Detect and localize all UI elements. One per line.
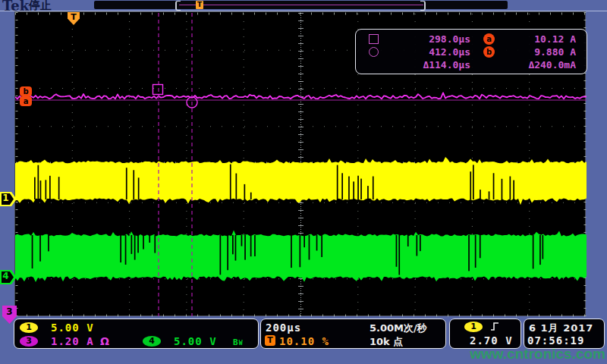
channel1-position-marker: 1 xyxy=(0,192,17,206)
oscilloscope-screen: Tek 停止 T T b a 1 4 3 298.0µs a 10.12 A 4… xyxy=(0,0,607,364)
date-display: 6 1月 2017 xyxy=(529,322,593,335)
cursor-a-row: 298.0µs a 10.12 A xyxy=(356,33,587,46)
record-trigger-marker-icon: T xyxy=(196,1,203,9)
channel4-position-marker: 4 xyxy=(0,270,17,284)
bw-main: B xyxy=(233,337,239,347)
trigger-source-badge: 1 xyxy=(464,322,483,332)
horizontal-settings-box: 200µs 5.00M次/秒 T 10.10 % 10k 点 xyxy=(260,318,446,349)
record-length: 10k 点 xyxy=(370,335,403,349)
cursor-a-time: 298.0µs xyxy=(398,33,470,46)
trigger-position-badge-icon: T xyxy=(265,335,275,346)
cursor-readout-box: 298.0µs a 10.12 A 412.0µs b 9.880 A Δ114… xyxy=(355,29,587,74)
trigger-settings-box: 1 2.70 V xyxy=(449,318,521,349)
channel4-marker-label: 4 xyxy=(0,271,11,281)
watermark-text: www.cntronics.com xyxy=(470,346,605,362)
cursor-delta-time: Δ114.0µs xyxy=(398,58,470,71)
cursor-delta-value: Δ240.0mA xyxy=(496,58,576,71)
channel3-scale: 1.20 A xyxy=(51,335,94,347)
channel1-badge: 1 xyxy=(20,322,38,333)
cursor-b-badge: b xyxy=(483,46,495,58)
record-window-left-bracket xyxy=(175,1,181,11)
record-waveform-preview xyxy=(179,5,423,5)
cursor-b-circle-icon xyxy=(369,47,379,57)
channel1-marker-label: 1 xyxy=(0,193,11,203)
time-scale: 200µs xyxy=(266,322,301,334)
channel1-scale: 5.00 V xyxy=(51,322,94,334)
channel3-coupling-ohm: Ω xyxy=(100,335,109,347)
channel4-badge: 4 xyxy=(143,336,161,347)
cursor-b-value: 9.880 A xyxy=(496,46,576,58)
time-display: 07:56:19 xyxy=(527,334,584,347)
record-view-bar: T xyxy=(94,1,508,9)
trigger-level: 2.70 V xyxy=(470,334,513,347)
channel4-scale: 5.00 V xyxy=(174,335,217,347)
cursor-b-time: 412.0µs xyxy=(398,46,470,58)
record-window-right-bracket xyxy=(420,1,426,11)
sample-rate: 5.00M次/秒 xyxy=(370,322,427,335)
datetime-box: 6 1月 2017 07:56:19 xyxy=(524,318,605,349)
channel4-bandwidth-indicator: BW xyxy=(233,337,243,347)
cursor-a-square-icon xyxy=(369,34,379,44)
cursor-a-marker-icon: a xyxy=(20,96,32,106)
cursor-b-marker-icon: b xyxy=(20,86,32,96)
rising-edge-icon xyxy=(489,321,501,332)
cursor-a-value: 10.12 A xyxy=(496,33,576,46)
cursor-b-row: 412.0µs b 9.880 A xyxy=(356,46,587,58)
cursor-a-badge: a xyxy=(483,33,495,45)
trigger-position-percent: 10.10 % xyxy=(279,335,329,347)
bw-sub: W xyxy=(239,340,244,347)
channel-settings-box: 1 5.00 V 3 1.20 A Ω 4 5.00 V BW xyxy=(14,318,259,349)
channel3-badge: 3 xyxy=(20,336,38,347)
cursor-delta-row: Δ114.0µs Δ240.0mA xyxy=(356,58,587,71)
